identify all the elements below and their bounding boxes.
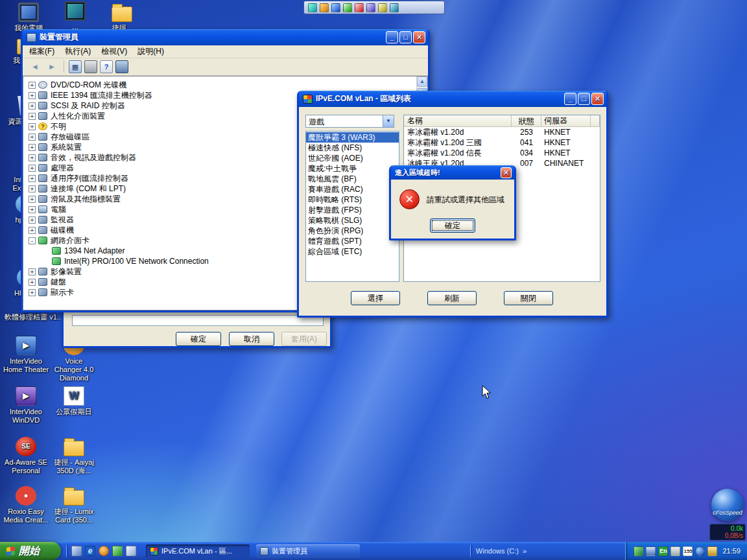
launcher-icon[interactable] (355, 3, 364, 12)
ok-button[interactable]: 確定 (430, 218, 475, 233)
menu-item[interactable]: 執行(A) (60, 45, 96, 58)
taskbar-task-device-manager[interactable]: 裝置管理員 (256, 544, 360, 558)
expand-toggle[interactable]: + (29, 92, 36, 99)
internet-explorer-icon[interactable]: e (85, 546, 95, 556)
column-status[interactable]: 狀態 (512, 115, 541, 126)
show-console-tree-icon[interactable]: ▦ (69, 60, 82, 73)
game-category-dropdown[interactable]: 遊戲 ▼ (305, 115, 394, 128)
desktop-icon-public-holiday[interactable]: 公眾假期日 (51, 386, 97, 416)
game-category-item[interactable]: 角色扮演 (RPG) (306, 226, 399, 236)
close-button[interactable]: ✕ (413, 31, 425, 43)
toolbar-grip[interactable] (470, 545, 472, 557)
taskbar-task-vlan[interactable]: IPvE.COM vLan - 區... (146, 544, 250, 558)
expand-toggle[interactable]: + (29, 196, 36, 203)
media-player-icon[interactable] (99, 546, 109, 556)
error-dialog-titlebar[interactable]: 進入區域超時! ✕ (391, 165, 514, 180)
close-button[interactable]: ✕ (501, 167, 512, 178)
desktop-icon-my-computer[interactable]: 我的電腦 (5, 3, 52, 32)
game-category-item[interactable]: 賽車遊戲 (RAC) (306, 184, 399, 194)
desktop-icon-shortcut-top[interactable]: 捷徑... (99, 3, 145, 32)
tray-cfos-icon[interactable] (695, 546, 705, 556)
messenger-icon[interactable] (112, 546, 123, 556)
expand-toggle[interactable]: + (29, 175, 36, 182)
refresh-button[interactable]: 刷新 (427, 291, 477, 305)
expand-toggle[interactable]: + (29, 268, 36, 275)
back-icon[interactable]: ◄ (28, 60, 42, 73)
game-category-item[interactable]: 魔戒:中土戰爭 (306, 163, 399, 174)
desktop-icon-intervideo-home-theater[interactable]: InterVideo Home Theater (3, 336, 49, 374)
expand-toggle[interactable]: + (29, 216, 36, 224)
maximize-button[interactable]: □ (578, 93, 590, 105)
help-icon[interactable]: ? (100, 60, 113, 73)
tree-item[interactable]: + DVD/CD-ROM 光碟機 (29, 80, 416, 90)
desktop-icon-shortcut-lumix[interactable]: 捷徑 - Lumix Card (350... (51, 486, 97, 524)
launcher-icon[interactable] (308, 3, 317, 12)
server-row[interactable]: 寒冰霸權 v1.20d 信長 034 HKNET (404, 148, 600, 158)
tray-keyboard-icon[interactable] (670, 546, 680, 556)
chevron-right-icon[interactable]: » (523, 547, 527, 555)
select-button[interactable]: 選擇 (351, 291, 400, 305)
menu-item[interactable]: 檔案(F) (24, 45, 60, 58)
desktop-icon-roxio[interactable]: Roxio Easy Media Creat... (3, 486, 49, 524)
launcher-icon[interactable] (343, 3, 352, 12)
tray-language-icon[interactable]: En (658, 546, 668, 556)
server-row[interactable]: 寒冰霸權 v1.20d 三國 041 HKNET (404, 137, 600, 148)
game-category-item[interactable]: 體育遊戲 (SPT) (306, 236, 399, 246)
expand-toggle[interactable]: + (29, 289, 36, 296)
column-name[interactable]: 名稱 (404, 115, 512, 126)
taskbar-clock[interactable]: 21:59 (722, 547, 741, 555)
tray-display-icon[interactable] (646, 546, 656, 556)
tray-volume-icon[interactable] (707, 546, 717, 556)
mail-icon[interactable] (126, 546, 136, 556)
tray-shield-icon[interactable] (634, 546, 643, 556)
game-category-item[interactable]: 魔獸爭霸 3 (WAR3) (306, 132, 399, 143)
expand-toggle[interactable]: + (29, 113, 36, 120)
start-button[interactable]: 開始 (0, 542, 61, 560)
menu-item[interactable]: 說明(H) (132, 45, 169, 58)
launcher-icon[interactable] (390, 3, 399, 12)
expand-toggle[interactable]: + (29, 227, 36, 234)
show-desktop-icon[interactable] (71, 546, 82, 556)
scroll-up-icon[interactable]: ▲ (417, 76, 427, 87)
properties-text-field[interactable] (72, 315, 324, 326)
game-category-item[interactable]: 射擊遊戲 (FPS) (306, 205, 399, 215)
minimize-button[interactable]: _ (564, 93, 576, 105)
expand-toggle[interactable]: + (29, 123, 36, 130)
device-manager-titlebar[interactable]: 裝置管理員 _ □ ✕ (23, 29, 428, 45)
cfosspeed-widget[interactable]: cFosSpeed 0.0k 0,0B/s (709, 489, 746, 541)
print-icon[interactable] (84, 60, 97, 73)
desktop-icon-adaware[interactable]: Ad-Aware SE Personal (3, 437, 49, 475)
forward-icon[interactable]: ► (45, 60, 59, 73)
maximize-button[interactable]: □ (399, 31, 412, 43)
launcher-icon[interactable] (331, 3, 340, 12)
launcher-icon[interactable] (366, 3, 375, 12)
game-category-item[interactable]: 即時戰略 (RTS) (306, 194, 399, 205)
server-row[interactable]: 寒冰霸權 v1.20d 253 HKNET (404, 127, 600, 137)
toolbar-grip[interactable] (66, 545, 68, 557)
minimize-button[interactable]: _ (386, 31, 398, 43)
deskband-label[interactable]: Windows (C:) (476, 547, 519, 555)
vlan-titlebar[interactable]: IPvE.COM vLan - 區域列表 _ □ ✕ (299, 91, 606, 107)
expand-toggle[interactable]: + (29, 134, 36, 141)
tray-ime-icon[interactable]: 155 (683, 546, 693, 556)
expand-toggle[interactable]: + (29, 82, 36, 89)
properties-icon[interactable] (115, 60, 128, 73)
cancel-button[interactable]: 取消 (229, 332, 274, 346)
game-category-item[interactable]: 極速快感 (NFS) (306, 143, 399, 153)
desktop-icon-intervideo-windvd[interactable]: InterVideo WinDVD (3, 386, 49, 425)
expand-toggle[interactable]: + (29, 144, 36, 151)
game-category-list[interactable]: 魔獸爭霸 3 (WAR3) 極速快感 (NFS) 世紀帝國 (AOE) 魔戒:中… (305, 131, 399, 282)
expand-toggle[interactable]: + (29, 185, 36, 192)
chevron-down-icon[interactable]: ▼ (383, 115, 394, 127)
game-category-item[interactable]: 戰地風雲 (BF) (306, 174, 399, 184)
column-server[interactable]: 伺服器 (541, 115, 591, 126)
desktop-icon-shortcut-aaiyaj[interactable]: 捷徑 - Aaiyaj 350D (海... (51, 437, 97, 475)
expand-toggle[interactable]: + (29, 154, 36, 161)
game-category-item[interactable]: 策略戰棋 (SLG) (306, 215, 399, 226)
expand-toggle[interactable]: - (29, 237, 36, 244)
launcher-icon[interactable] (378, 3, 387, 12)
ok-button[interactable]: 確定 (176, 332, 221, 346)
close-window-button[interactable]: 關閉 (504, 291, 553, 305)
game-category-item[interactable]: 綜合區域 (ETC) (306, 246, 399, 257)
expand-toggle[interactable]: + (29, 206, 36, 213)
